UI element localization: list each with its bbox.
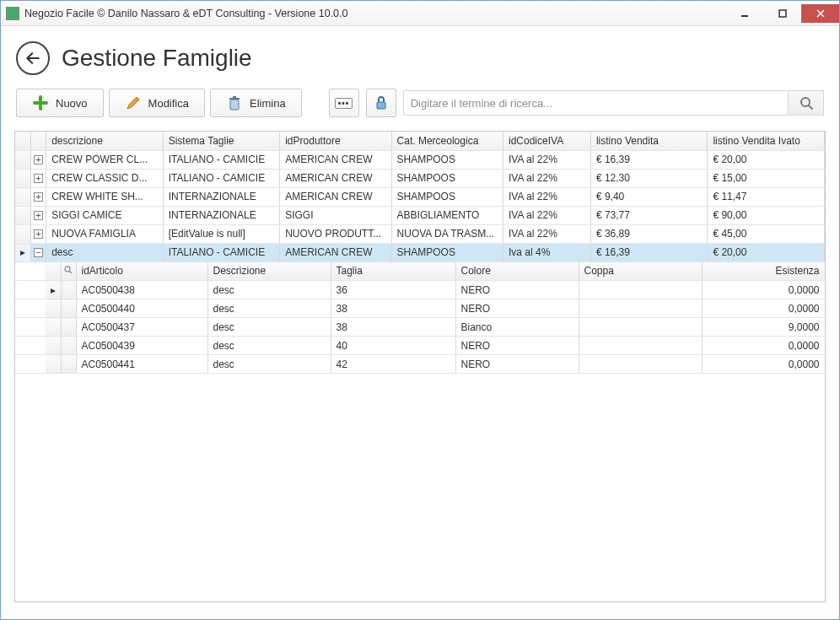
expand-cell[interactable]: + [30,187,46,206]
collapse-icon[interactable]: − [34,248,43,257]
detail-row[interactable]: AC0500440 desc 38 NERO 0,0000 [15,299,825,318]
nuovo-button[interactable]: Nuovo [16,89,104,117]
dcell-coppa[interactable] [579,318,702,337]
dcell-coppa[interactable] [579,355,702,374]
detail-grid[interactable]: idArticolo Descrizione Taglia Colore Cop… [15,262,826,375]
dcell-colore[interactable]: NERO [455,337,579,355]
cell-iva[interactable]: IVA al 22% [503,169,591,187]
dcol-descrizione[interactable]: Descrizione [207,262,331,281]
expand-icon[interactable]: + [34,174,43,183]
dcell-esistenza[interactable]: 0,0000 [702,299,825,318]
dcell-coppa[interactable] [579,299,702,318]
dcell-coppa[interactable] [579,281,702,299]
cell-sistema[interactable]: INTERNAZIONALE [163,187,280,206]
col-descrizione[interactable]: descrizione [46,132,164,150]
dcell-esistenza[interactable]: 0,0000 [702,337,825,355]
dcell-id[interactable]: AC0500440 [76,299,207,318]
table-row[interactable]: ▸ − desc ITALIANO - CAMICIE AMERICAN CRE… [15,243,825,261]
cell-produttore[interactable]: NUOVO PRODUTT... [280,224,391,243]
table-row[interactable]: + CREW POWER CL... ITALIANO - CAMICIE AM… [15,150,825,169]
cell-iva[interactable]: IVA al 22% [503,150,591,169]
dcell-esistenza[interactable]: 9,0000 [702,318,825,337]
cell-produttore[interactable]: AMERICAN CREW [280,187,391,206]
expand-cell[interactable]: − [30,243,46,261]
expand-cell[interactable]: + [30,169,46,187]
dcell-colore[interactable]: NERO [455,281,579,299]
cell-listino[interactable]: € 36,89 [590,224,708,243]
cell-sistema[interactable]: INTERNAZIONALE [163,206,280,224]
cell-categoria[interactable]: SHAMPOOS [391,150,503,169]
col-sistema-taglie[interactable]: Sistema Taglie [163,132,280,150]
search-button[interactable] [789,90,824,116]
col-id-codice-iva[interactable]: idCodiceIVA [503,132,591,150]
cell-listino[interactable]: € 16,39 [590,243,708,261]
master-grid[interactable]: descrizione Sistema Taglie idProduttore … [15,132,825,262]
detail-row[interactable]: AC0500437 desc 38 Bianco 9,0000 [15,318,825,337]
expand-cell[interactable]: + [30,150,46,169]
expand-cell[interactable]: + [30,206,46,224]
cell-descrizione[interactable]: NUOVA FAMIGLIA [46,224,164,243]
cell-categoria[interactable]: SHAMPOOS [391,243,503,261]
expand-icon[interactable]: + [34,229,43,239]
dcell-taglia[interactable]: 40 [331,337,455,355]
dcell-desc[interactable]: desc [207,299,331,318]
cell-listino-ivato[interactable]: € 90,00 [708,206,825,224]
cell-sistema[interactable]: ITALIANO - CAMICIE [163,169,280,187]
close-button[interactable] [801,4,839,23]
dcell-desc[interactable]: desc [207,355,331,374]
cell-listino[interactable]: € 9,40 [590,187,708,206]
cell-categoria[interactable]: SHAMPOOS [391,187,503,206]
detail-row[interactable]: AC0500439 desc 40 NERO 0,0000 [15,337,825,355]
cell-produttore[interactable]: AMERICAN CREW [280,169,391,187]
dcell-desc[interactable]: desc [207,281,331,299]
cell-produttore[interactable]: AMERICAN CREW [280,150,391,169]
dcell-taglia[interactable]: 38 [331,318,455,337]
dcol-colore[interactable]: Colore [455,262,579,281]
table-row[interactable]: + SIGGI CAMICE INTERNAZIONALE SIGGI ABBI… [15,206,825,224]
cell-listino-ivato[interactable]: € 11,47 [708,187,825,206]
dcell-id[interactable]: AC0500437 [76,318,207,337]
cell-sistema[interactable]: ITALIANO - CAMICIE [163,150,280,169]
cell-descrizione[interactable]: desc [46,243,164,261]
dcell-taglia[interactable]: 42 [331,355,455,374]
dcol-taglia[interactable]: Taglia [331,262,455,281]
expand-icon[interactable]: + [34,211,43,220]
cell-descrizione[interactable]: CREW WHITE SH... [46,187,164,206]
maximize-button[interactable] [763,4,801,23]
dcell-id[interactable]: AC0500438 [76,281,207,299]
cell-categoria[interactable]: NUOVA DA TRASM... [391,224,503,243]
dcell-colore[interactable]: NERO [455,299,579,318]
cell-descrizione[interactable]: CREW POWER CL... [46,150,164,169]
cell-sistema[interactable]: [EditValue is null] [163,224,280,243]
dcell-desc[interactable]: desc [207,337,331,355]
dcell-esistenza[interactable]: 0,0000 [702,355,825,374]
cell-listino[interactable]: € 12,30 [590,169,708,187]
cell-listino-ivato[interactable]: € 15,00 [708,169,825,187]
search-input[interactable] [403,90,789,116]
dcell-coppa[interactable] [579,337,702,355]
dcell-taglia[interactable]: 36 [331,281,455,299]
cell-listino[interactable]: € 73,77 [590,206,708,224]
dcol-esistenza[interactable]: Esistenza [702,262,825,281]
table-row[interactable]: + CREW CLASSIC D... ITALIANO - CAMICIE A… [15,169,825,187]
expand-icon[interactable]: + [34,155,43,164]
cell-descrizione[interactable]: SIGGI CAMICE [46,206,164,224]
cell-listino-ivato[interactable]: € 20,00 [708,243,825,261]
col-listino-vendita[interactable]: listino Vendita [590,132,708,150]
dcell-desc[interactable]: desc [207,318,331,337]
cell-listino[interactable]: € 16,39 [590,150,708,169]
cell-iva[interactable]: IVA al 22% [503,206,591,224]
dcell-id[interactable]: AC0500439 [76,337,207,355]
dcell-id[interactable]: AC0500441 [76,355,207,374]
dcell-colore[interactable]: Bianco [455,318,579,337]
col-cat-merceologica[interactable]: Cat. Merceologica [391,132,503,150]
modifica-button[interactable]: Modifica [109,89,205,117]
dcol-id-articolo[interactable]: idArticolo [76,262,207,281]
dcell-esistenza[interactable]: 0,0000 [702,281,825,299]
table-row[interactable]: + CREW WHITE SH... INTERNAZIONALE AMERIC… [15,187,825,206]
cell-iva[interactable]: IVA al 22% [503,224,591,243]
expand-cell[interactable]: + [30,224,46,243]
cell-listino-ivato[interactable]: € 20,00 [708,150,825,169]
cell-categoria[interactable]: SHAMPOOS [391,169,503,187]
dcell-colore[interactable]: NERO [455,355,579,374]
